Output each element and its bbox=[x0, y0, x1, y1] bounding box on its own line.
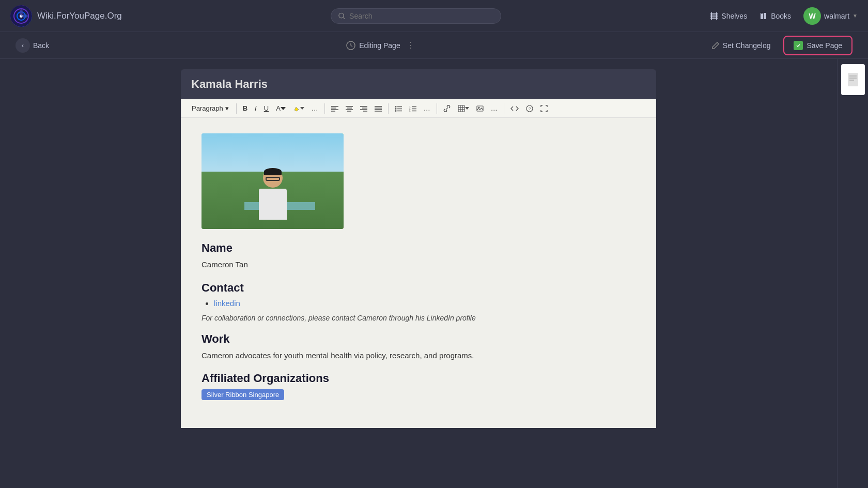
user-menu[interactable]: W walmart ▼ bbox=[803, 7, 858, 25]
person-photo bbox=[202, 133, 344, 229]
color-picker-icon bbox=[281, 107, 286, 110]
justify-button[interactable] bbox=[371, 103, 385, 114]
editing-page-button[interactable]: Editing Page bbox=[346, 40, 400, 51]
more-insert-button[interactable]: … bbox=[488, 102, 501, 114]
svg-rect-46 bbox=[458, 105, 464, 112]
editing-more-dots[interactable]: ⋮ bbox=[407, 40, 415, 50]
toolbar-separator-3 bbox=[388, 103, 389, 114]
affiliated-org-link[interactable]: Silver Ribbon Singapore bbox=[202, 389, 284, 400]
svg-text:3.: 3. bbox=[409, 110, 411, 112]
image-icon bbox=[476, 105, 484, 112]
secondary-right: Set Changelog Save Page bbox=[711, 36, 853, 55]
align-center-button[interactable] bbox=[343, 103, 356, 114]
svg-point-36 bbox=[395, 108, 396, 110]
save-page-label: Save Page bbox=[807, 41, 843, 50]
justify-icon bbox=[375, 105, 382, 112]
svg-line-5 bbox=[343, 17, 345, 19]
italic-button[interactable]: I bbox=[252, 102, 260, 114]
logo-area[interactable]: Wiki.ForYouPage.Org bbox=[10, 5, 122, 27]
svg-rect-9 bbox=[711, 12, 712, 20]
shelves-nav-item[interactable]: Shelves bbox=[710, 12, 747, 20]
person-glasses bbox=[266, 177, 280, 181]
editing-page-label: Editing Page bbox=[359, 41, 400, 50]
search-wrapper[interactable] bbox=[331, 8, 501, 24]
align-right-icon bbox=[360, 105, 367, 112]
page-content[interactable]: Kamala Harris Paragraph ▾ B I U A bbox=[0, 59, 837, 488]
work-text: Cameron advocates for youth mental healt… bbox=[202, 350, 636, 362]
set-changelog-label: Set Changelog bbox=[723, 41, 771, 50]
bullet-list-button[interactable] bbox=[392, 103, 405, 114]
secondary-center: Editing Page ⋮ bbox=[49, 40, 711, 51]
numbered-list-icon: 1.2.3. bbox=[409, 105, 416, 112]
paragraph-style-dropdown[interactable]: Paragraph ▾ bbox=[188, 102, 233, 114]
set-changelog-button[interactable]: Set Changelog bbox=[711, 41, 771, 50]
align-left-button[interactable] bbox=[328, 103, 342, 114]
editor-container: Kamala Harris Paragraph ▾ B I U A bbox=[165, 59, 672, 438]
photo-person bbox=[259, 168, 287, 220]
books-icon bbox=[760, 12, 768, 20]
linkedin-link[interactable]: linkedin bbox=[214, 299, 240, 308]
fullscreen-button[interactable] bbox=[537, 103, 551, 114]
right-panel bbox=[837, 59, 868, 488]
svg-rect-10 bbox=[716, 12, 717, 20]
avatar: W bbox=[803, 7, 821, 25]
fullscreen-icon bbox=[540, 105, 548, 112]
search-input[interactable] bbox=[349, 12, 493, 20]
secondary-nav: ‹ Back Editing Page ⋮ Set Changelog bbox=[0, 32, 868, 59]
shelves-label: Shelves bbox=[721, 12, 747, 20]
pencil-icon bbox=[711, 41, 720, 50]
back-button[interactable]: ‹ Back bbox=[16, 38, 49, 53]
back-label: Back bbox=[33, 41, 49, 50]
toolbar-separator-1 bbox=[236, 103, 237, 114]
bold-button[interactable]: B bbox=[240, 102, 251, 114]
toolbar-separator-4 bbox=[437, 103, 437, 114]
image-insert-button[interactable] bbox=[473, 103, 487, 114]
main-area: Kamala Harris Paragraph ▾ B I U A bbox=[0, 59, 868, 488]
books-label: Books bbox=[771, 12, 791, 20]
dropdown-chevron-icon: ▾ bbox=[225, 104, 229, 112]
help-button[interactable]: ? bbox=[523, 103, 536, 114]
align-right-button[interactable] bbox=[357, 103, 370, 114]
paragraph-label: Paragraph bbox=[192, 104, 223, 112]
highlight-button[interactable] bbox=[290, 103, 307, 114]
shelves-icon bbox=[710, 12, 718, 20]
app-title: Wiki.ForYouPage.Org bbox=[37, 11, 122, 21]
name-heading: Name bbox=[202, 241, 636, 255]
editor-body[interactable]: Name Cameron Tan Contact linkedin For co… bbox=[181, 118, 656, 428]
code-button[interactable] bbox=[507, 103, 522, 114]
contact-list-item: linkedin bbox=[214, 299, 636, 308]
save-page-button[interactable]: Save Page bbox=[783, 36, 853, 55]
search-icon bbox=[338, 12, 345, 20]
table-button[interactable] bbox=[455, 103, 472, 114]
books-nav-item[interactable]: Books bbox=[760, 12, 791, 20]
code-icon bbox=[510, 105, 519, 112]
link-icon bbox=[443, 105, 451, 112]
name-value: Cameron Tan bbox=[202, 259, 636, 271]
link-button[interactable] bbox=[440, 103, 454, 114]
align-left-icon bbox=[331, 105, 338, 112]
svg-text:?: ? bbox=[529, 106, 531, 111]
panel-card-icon bbox=[847, 72, 859, 87]
align-center-icon bbox=[346, 105, 353, 112]
clock-icon bbox=[346, 40, 356, 51]
svg-line-16 bbox=[351, 45, 352, 47]
person-head bbox=[263, 168, 283, 188]
contact-note: For collaboration or connections, please… bbox=[202, 314, 636, 322]
toolbar-separator-2 bbox=[324, 103, 325, 114]
underline-button[interactable]: U bbox=[261, 102, 272, 114]
user-name: walmart bbox=[824, 12, 849, 20]
svg-rect-55 bbox=[848, 73, 858, 86]
svg-point-38 bbox=[395, 110, 396, 112]
more-list-button[interactable]: … bbox=[421, 102, 433, 114]
contact-list: linkedin bbox=[202, 299, 636, 308]
help-icon: ? bbox=[526, 105, 533, 112]
text-color-button[interactable]: A bbox=[273, 102, 289, 114]
search-bar bbox=[122, 8, 710, 24]
numbered-list-button[interactable]: 1.2.3. bbox=[406, 103, 420, 114]
top-nav: Wiki.ForYouPage.Org Shelves bbox=[0, 0, 868, 32]
bullet-list-icon bbox=[395, 105, 402, 112]
more-text-format-button[interactable]: … bbox=[308, 102, 321, 114]
svg-rect-12 bbox=[764, 13, 766, 19]
highlight-chevron-icon bbox=[300, 107, 304, 110]
page-title[interactable]: Kamala Harris bbox=[181, 69, 656, 99]
